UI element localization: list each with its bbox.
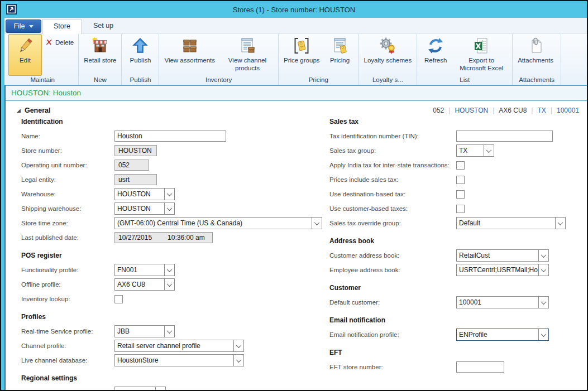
- ribbon-group-label-inventory: Inventory: [161, 76, 276, 85]
- combo-dropdown-button[interactable]: [233, 340, 243, 351]
- quick-link-052: 052: [433, 107, 444, 114]
- edit-button[interactable]: Edit: [8, 34, 42, 76]
- collapse-triangle-icon[interactable]: ◢: [17, 108, 21, 113]
- view-assortments-label: View assortments: [164, 56, 215, 64]
- combo-value: FN001: [115, 264, 164, 276]
- combo-dropdown-button[interactable]: [538, 250, 548, 261]
- pricing-list-icon: [331, 37, 349, 55]
- combo-value: Retail server channel profile: [115, 340, 233, 351]
- field-label-sales-tax-group: Sales tax group:: [329, 147, 456, 154]
- combo-sales-tax-group[interactable]: TX: [456, 144, 494, 157]
- combo-channel-profile[interactable]: Retail server channel profile: [114, 340, 244, 352]
- chevron-down-icon: [167, 328, 173, 334]
- section-heading-sales-tax: Sales tax: [329, 117, 582, 127]
- combo-live-channel-database[interactable]: HoustonStore: [114, 354, 244, 366]
- combo-employee-address-book[interactable]: USRTCentrl;USRTMall;Hou: [456, 264, 549, 276]
- chevron-down-icon: [167, 205, 173, 211]
- retail-store-icon: [91, 37, 109, 55]
- section-heading-eft: EFT: [329, 347, 582, 358]
- retail-store-button[interactable]: Retail store: [80, 34, 119, 76]
- ribbon-group-inventory: View assortmentsView channel productsInv…: [159, 34, 279, 85]
- ribbon-group-label-list: List: [419, 76, 510, 85]
- delete-button[interactable]: Delete: [42, 37, 77, 47]
- attachment-icon: [527, 37, 544, 55]
- combo-sales-tax-override-group[interactable]: Default: [456, 217, 566, 229]
- combo-real-time-service-profile[interactable]: JBB: [114, 325, 175, 337]
- chevron-down-icon: [158, 389, 164, 391]
- field-row-use-destination-based-tax: Use destination-based tax:: [329, 187, 582, 201]
- time-value: 10:36:00 am: [168, 234, 205, 242]
- combo-partial[interactable]: [114, 387, 166, 391]
- combo-dropdown-button[interactable]: [164, 203, 174, 214]
- combo-offline-profile[interactable]: AX6 CU8: [114, 278, 175, 291]
- file-menu-button[interactable]: File: [6, 20, 41, 33]
- combo-value: [115, 387, 155, 391]
- field-row-eft-store-number: EFT store number:: [329, 360, 582, 374]
- quick-link-100001[interactable]: 100001: [557, 107, 579, 114]
- ribbon-group-label-loyalty-s: Loyalty s...: [361, 76, 415, 85]
- refresh-button[interactable]: Refresh: [419, 34, 452, 76]
- quick-link-houston[interactable]: HOUSTON: [455, 107, 488, 114]
- titlebar[interactable]: Stores (1) - Store number: HOUSTON: [1, 1, 587, 18]
- field-row-name: Name:: [21, 129, 323, 143]
- combo-default-customer[interactable]: 100001: [456, 296, 549, 308]
- publish-button[interactable]: Publish: [123, 34, 157, 76]
- textbox-eft-store-number[interactable]: [456, 361, 504, 373]
- combo-functionality-profile[interactable]: FN001: [114, 264, 175, 276]
- combo-dropdown-button[interactable]: [155, 387, 165, 391]
- combo-dropdown-button[interactable]: [538, 297, 548, 308]
- combo-email-notification-profile[interactable]: ENProfile: [456, 329, 549, 341]
- channel-products-icon: [238, 37, 256, 55]
- export-to-microsoft-excel-button[interactable]: Export to Microsoft Excel: [452, 34, 510, 76]
- textbox-tax-identification-number-tin[interactable]: [456, 131, 553, 142]
- combo-store-time-zone[interactable]: (GMT-06:00) Central Time (US & Canada): [114, 217, 322, 229]
- combo-value: HOUSTON: [115, 189, 164, 200]
- combo-dropdown-button[interactable]: [538, 329, 548, 340]
- view-channel-products-button[interactable]: View channel products: [218, 34, 276, 76]
- pricing-button[interactable]: Pricing: [323, 34, 357, 76]
- checkbox-use-customer-based-taxes[interactable]: [456, 205, 465, 213]
- field-row-sales-tax-group: Sales tax group:TX: [329, 143, 582, 158]
- ribbon-group-pricing: Price groupsPricingPricing: [279, 34, 359, 85]
- field-row-functionality-profile: Functionality profile:FN001: [21, 263, 323, 277]
- combo-customer-address-book[interactable]: RetailCust: [456, 249, 549, 262]
- combo-warehouse[interactable]: HOUSTON: [114, 188, 175, 200]
- ribbon-group-publish: PublishPublish: [122, 34, 159, 85]
- view-assortments-button[interactable]: View assortments: [161, 34, 218, 76]
- field-row-real-time-service-profile: Real-time Service profile:JBB: [21, 324, 323, 339]
- combo-dropdown-button[interactable]: [164, 279, 174, 290]
- checkbox-use-destination-based-tax[interactable]: [456, 190, 465, 199]
- checkbox-apply-india-tax-for-inter-state-transactions[interactable]: [456, 161, 465, 170]
- tab-set-up[interactable]: Set up: [83, 19, 124, 33]
- attachments-button[interactable]: Attachments: [514, 34, 557, 76]
- quick-link-tx[interactable]: TX: [537, 107, 546, 114]
- combo-dropdown-button[interactable]: [538, 264, 548, 276]
- combo-dropdown-button[interactable]: [312, 218, 322, 229]
- ribbon-tabs: StoreSet up: [41, 19, 124, 33]
- loyalty-gear-icon: [379, 37, 396, 55]
- chevron-down-icon: [167, 281, 173, 287]
- combo-dropdown-button[interactable]: [233, 355, 243, 366]
- field-label-warehouse: Warehouse:: [21, 191, 114, 197]
- chevron-down-icon: [541, 331, 547, 337]
- app-window-icon[interactable]: [6, 4, 17, 15]
- combo-dropdown-button[interactable]: [555, 218, 565, 229]
- field-label-eft-store-number: EFT store number:: [329, 364, 456, 370]
- field-row-use-customer-based-taxes: Use customer-based taxes:: [329, 201, 582, 216]
- checkbox-inventory-lookup[interactable]: [114, 295, 123, 303]
- readonly-field-operating-unit-number: 052: [114, 160, 149, 171]
- readonly-field-legal-entity: usrt: [114, 174, 157, 185]
- combo-value: (GMT-06:00) Central Time (US & Canada): [115, 218, 312, 229]
- price-groups-button[interactable]: Price groups: [280, 34, 323, 76]
- loyalty-schemes-button[interactable]: Loyalty schemes: [361, 34, 415, 76]
- combo-dropdown-button[interactable]: [484, 145, 494, 156]
- tab-store[interactable]: Store: [42, 19, 82, 34]
- combo-dropdown-button[interactable]: [164, 264, 174, 276]
- checkbox-prices-include-sales-tax[interactable]: [456, 176, 465, 184]
- textbox-name[interactable]: [114, 131, 226, 142]
- combo-shipping-warehouse[interactable]: HOUSTON: [114, 202, 175, 215]
- field-row-last-published-date: Last published date:10/27/201510:36:00 a…: [21, 230, 323, 245]
- combo-dropdown-button[interactable]: [164, 189, 174, 200]
- field-row-legal-entity: Legal entity:usrt: [21, 172, 323, 187]
- combo-dropdown-button[interactable]: [164, 326, 174, 337]
